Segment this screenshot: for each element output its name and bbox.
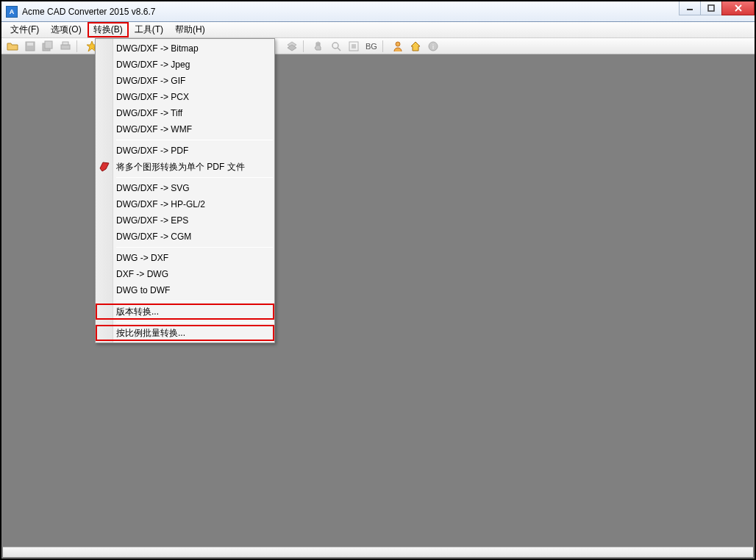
menu-batch-scale-convert[interactable]: 按比例批量转换... bbox=[96, 325, 274, 341]
menu-dwgdxf-jpeg[interactable]: DWG/DXF -> Jpeg bbox=[96, 57, 274, 73]
menu-dwgdxf-bitmap[interactable]: DWG/DXF -> Bitmap bbox=[96, 40, 274, 57]
dd-label: DWG/DXF -> PDF bbox=[116, 146, 188, 156]
svg-rect-8 bbox=[61, 45, 70, 49]
menu-dwg-to-dwf[interactable]: DWG to DWF bbox=[96, 282, 274, 298]
dd-label: DWG/DXF -> CGM bbox=[116, 231, 191, 242]
user-icon[interactable] bbox=[390, 39, 406, 54]
dd-label: DXF -> DWG bbox=[116, 269, 168, 279]
dd-label: DWG/DXF -> Tiff bbox=[116, 108, 182, 118]
menu-dwgdxf-tiff[interactable]: DWG/DXF -> Tiff bbox=[96, 105, 274, 121]
dd-label: DWG/DXF -> Bitmap bbox=[116, 43, 199, 54]
menu-tools-label: 工具(T) bbox=[135, 24, 163, 36]
window-title: Acme CAD Converter 2015 v8.6.7 bbox=[22, 7, 155, 17]
titlebar: A Acme CAD Converter 2015 v8.6.7 bbox=[1, 1, 755, 22]
menu-tools[interactable]: 工具(T) bbox=[129, 22, 169, 37]
print-icon[interactable] bbox=[57, 39, 74, 54]
menu-dwgdxf-eps[interactable]: DWG/DXF -> EPS bbox=[96, 212, 274, 229]
pdf-icon bbox=[99, 161, 110, 173]
svg-rect-1 bbox=[708, 5, 714, 11]
menu-dwgdxf-pdf[interactable]: DWG/DXF -> PDF bbox=[96, 143, 274, 159]
statusbar bbox=[3, 547, 753, 557]
menu-convert-label: 转换(B) bbox=[93, 24, 123, 36]
svg-text:i: i bbox=[432, 43, 434, 51]
dd-label: 按比例批量转换... bbox=[116, 327, 185, 340]
menu-options[interactable]: 选项(O) bbox=[45, 22, 87, 37]
close-button[interactable] bbox=[721, 1, 755, 15]
svg-rect-9 bbox=[63, 42, 68, 45]
dd-label: DWG/DXF -> EPS bbox=[116, 215, 188, 226]
menu-dwgdxf-gif[interactable]: DWG/DXF -> GIF bbox=[96, 73, 274, 89]
hand-icon[interactable] bbox=[310, 39, 327, 54]
svg-rect-7 bbox=[45, 41, 52, 49]
minimize-button[interactable] bbox=[679, 1, 701, 15]
menu-dwgdxf-hpgl2[interactable]: DWG/DXF -> HP-GL/2 bbox=[96, 196, 274, 212]
dd-label: DWG/DXF -> HP-GL/2 bbox=[116, 199, 205, 209]
menu-convert[interactable]: 转换(B) bbox=[88, 22, 129, 37]
menu-help[interactable]: 帮助(H) bbox=[169, 22, 211, 37]
app-icon: A bbox=[6, 6, 18, 18]
menu-options-label: 选项(O) bbox=[51, 24, 81, 36]
dd-label: DWG/DXF -> Jpeg bbox=[116, 60, 190, 70]
menu-multi-to-single-pdf[interactable]: 将多个图形转换为单个 PDF 文件 bbox=[96, 159, 274, 175]
svg-line-14 bbox=[338, 48, 340, 51]
fit-icon[interactable] bbox=[346, 39, 362, 54]
dd-label: 将多个图形转换为单个 PDF 文件 bbox=[116, 161, 245, 173]
dropdown-separator bbox=[116, 301, 273, 301]
layers-icon[interactable] bbox=[284, 39, 300, 54]
zoom-icon[interactable] bbox=[328, 39, 344, 54]
dd-label: DWG -> DXF bbox=[116, 253, 168, 263]
menu-file[interactable]: 文件(F) bbox=[4, 22, 45, 37]
dd-label: DWG to DWF bbox=[116, 285, 170, 295]
saveall-icon[interactable] bbox=[40, 39, 56, 54]
save-icon[interactable] bbox=[22, 39, 38, 54]
svg-point-17 bbox=[396, 42, 400, 46]
open-icon[interactable] bbox=[4, 39, 21, 54]
convert-dropdown: DWG/DXF -> Bitmap DWG/DXF -> Jpeg DWG/DX… bbox=[95, 38, 275, 343]
dd-label: DWG/DXF -> SVG bbox=[116, 183, 190, 193]
dd-label: DWG/DXF -> PCX bbox=[116, 92, 189, 102]
dropdown-separator bbox=[116, 177, 273, 178]
menu-dwgdxf-pcx[interactable]: DWG/DXF -> PCX bbox=[96, 89, 274, 105]
dd-label: DWG/DXF -> GIF bbox=[116, 76, 185, 86]
maximize-button[interactable] bbox=[700, 1, 722, 15]
menu-dxf-to-dwg[interactable]: DXF -> DWG bbox=[96, 266, 274, 282]
dropdown-separator bbox=[116, 247, 273, 248]
menu-dwgdxf-cgm[interactable]: DWG/DXF -> CGM bbox=[96, 229, 274, 245]
bg-label: BG bbox=[365, 42, 377, 51]
menu-help-label: 帮助(H) bbox=[175, 24, 205, 36]
svg-rect-5 bbox=[27, 43, 33, 46]
dd-label: 版本转换... bbox=[116, 306, 159, 318]
svg-rect-16 bbox=[352, 44, 356, 49]
home-icon[interactable] bbox=[407, 39, 424, 54]
menu-file-label: 文件(F) bbox=[10, 24, 39, 36]
menu-dwg-to-dxf[interactable]: DWG -> DXF bbox=[96, 250, 274, 266]
dd-label: DWG/DXF -> WMF bbox=[116, 124, 192, 134]
svg-point-13 bbox=[332, 43, 338, 49]
dropdown-separator bbox=[116, 140, 273, 140]
window-controls bbox=[680, 1, 755, 15]
dropdown-separator bbox=[116, 322, 273, 323]
background-toggle[interactable]: BG bbox=[363, 39, 379, 54]
info-icon[interactable]: i bbox=[425, 39, 441, 54]
menubar: 文件(F) 选项(O) 转换(B) 工具(T) 帮助(H) bbox=[1, 22, 755, 38]
menu-version-convert[interactable]: 版本转换... bbox=[96, 304, 274, 320]
toolbar-separator-2 bbox=[303, 40, 307, 52]
toolbar-separator-1 bbox=[76, 40, 81, 52]
menu-dwgdxf-wmf[interactable]: DWG/DXF -> WMF bbox=[96, 121, 274, 137]
menu-dwgdxf-svg[interactable]: DWG/DXF -> SVG bbox=[96, 180, 274, 196]
toolbar-separator-3 bbox=[382, 40, 387, 52]
